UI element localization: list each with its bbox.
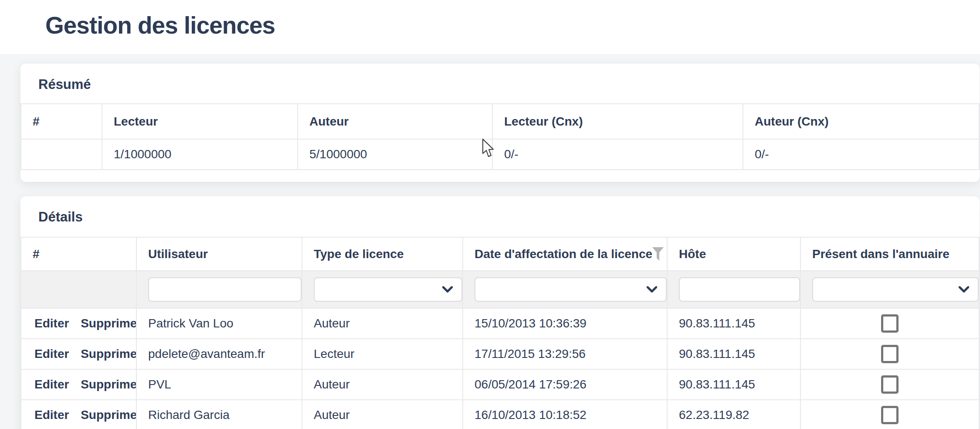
table-row: Editer Supprimer PVL Auteur 06/05/2014 1… bbox=[21, 369, 979, 400]
delete-link[interactable]: Supprimer bbox=[81, 317, 136, 330]
row-date-cell: 15/10/2013 10:36:39 bbox=[463, 308, 667, 339]
chevron-down-icon bbox=[442, 286, 453, 293]
summary-panel: Résumé # Lecteur Auteur Lecteur (Cnx) Au… bbox=[20, 64, 980, 182]
directory-checkbox[interactable] bbox=[881, 345, 899, 363]
utilisateur-filter-input[interactable] bbox=[148, 277, 302, 302]
details-col-utilisateur: Utilisateur bbox=[136, 237, 302, 271]
row-type-cell: Lecteur bbox=[302, 339, 463, 369]
row-actions-cell: Editer Supprimer bbox=[21, 369, 136, 400]
table-row: Editer Supprimer Patrick Van Loo Auteur … bbox=[21, 308, 979, 339]
edit-link[interactable]: Editer bbox=[34, 378, 69, 391]
summary-col-auteur: Auteur bbox=[298, 104, 492, 139]
date-filter-select[interactable] bbox=[475, 277, 667, 302]
delete-link[interactable]: Supprimer bbox=[81, 378, 136, 391]
summary-col-hash: # bbox=[21, 104, 102, 139]
row-type-cell: Auteur bbox=[302, 400, 463, 429]
summary-col-lecteur-cnx: Lecteur (Cnx) bbox=[492, 104, 743, 139]
edit-link[interactable]: Editer bbox=[34, 347, 69, 361]
summary-data-row: 1/1000000 5/1000000 0/- 0/- bbox=[21, 139, 979, 170]
row-user-cell: Patrick Van Loo bbox=[136, 308, 302, 339]
row-actions-cell: Editer Supprimer bbox=[21, 339, 136, 369]
filter-cell-type bbox=[302, 271, 463, 308]
table-row: Editer Supprimer Richard Garcia Auteur 1… bbox=[21, 400, 979, 429]
mouse-cursor bbox=[482, 139, 496, 159]
details-header-row: # Utilisateur Type de licence Date d'aff… bbox=[21, 237, 979, 271]
edit-link[interactable]: Editer bbox=[34, 317, 69, 330]
row-actions-cell: Editer Supprimer bbox=[21, 308, 136, 339]
filter-cell-annuaire bbox=[800, 271, 979, 308]
annuaire-filter-select[interactable] bbox=[812, 277, 979, 302]
row-annuaire-cell bbox=[800, 369, 979, 400]
row-date-cell: 06/05/2014 17:59:26 bbox=[463, 369, 667, 400]
row-annuaire-cell bbox=[800, 339, 979, 369]
type-filter-select[interactable] bbox=[314, 277, 462, 302]
edit-link[interactable]: Editer bbox=[34, 408, 69, 422]
filter-cell-empty bbox=[21, 271, 136, 308]
details-filter-row bbox=[21, 271, 979, 308]
summary-cell-auteur-cnx: 0/- bbox=[743, 139, 979, 170]
row-host-cell: 90.83.111.145 bbox=[667, 369, 800, 400]
filter-cell-hote bbox=[667, 271, 800, 308]
row-user-cell: pdelete@avanteam.fr bbox=[136, 339, 302, 369]
summary-panel-title: Résumé bbox=[20, 64, 980, 92]
summary-col-lecteur: Lecteur bbox=[102, 104, 298, 139]
funnel-icon[interactable] bbox=[652, 247, 664, 261]
hote-filter-input[interactable] bbox=[679, 277, 800, 302]
details-col-date-label: Date d'affectation de la licence bbox=[475, 247, 652, 261]
chevron-down-icon bbox=[959, 286, 969, 293]
directory-checkbox[interactable] bbox=[881, 406, 899, 424]
details-col-date: Date d'affectation de la licence bbox=[463, 237, 667, 271]
details-table: # Utilisateur Type de licence Date d'aff… bbox=[20, 237, 980, 429]
row-type-cell: Auteur bbox=[302, 308, 463, 339]
row-host-cell: 62.23.119.82 bbox=[667, 400, 800, 429]
row-annuaire-cell bbox=[800, 400, 979, 429]
directory-checkbox[interactable] bbox=[881, 375, 899, 394]
details-col-hote: Hôte bbox=[667, 237, 800, 271]
row-host-cell: 90.83.111.145 bbox=[667, 339, 800, 369]
details-col-hash: # bbox=[21, 237, 136, 271]
directory-checkbox[interactable] bbox=[881, 314, 899, 333]
row-host-cell: 90.83.111.145 bbox=[667, 308, 800, 339]
summary-col-auteur-cnx: Auteur (Cnx) bbox=[743, 104, 979, 139]
row-user-cell: Richard Garcia bbox=[136, 400, 302, 429]
table-row: Editer Supprimer pdelete@avanteam.fr Lec… bbox=[21, 339, 979, 369]
filter-cell-date bbox=[463, 271, 667, 308]
chevron-down-icon bbox=[647, 286, 657, 293]
delete-link[interactable]: Supprimer bbox=[81, 408, 136, 422]
row-actions-cell: Editer Supprimer bbox=[21, 400, 136, 429]
row-date-cell: 17/11/2015 13:29:56 bbox=[463, 339, 667, 369]
summary-header-row: # Lecteur Auteur Lecteur (Cnx) Auteur (C… bbox=[21, 104, 979, 139]
summary-cell-lecteur-cnx: 0/- bbox=[492, 139, 743, 170]
page-title: Gestion des licences bbox=[45, 11, 275, 39]
details-col-annuaire: Présent dans l'annuaire bbox=[800, 237, 979, 271]
filter-cell-utilisateur bbox=[136, 271, 302, 308]
summary-cell-auteur: 5/1000000 bbox=[298, 139, 492, 170]
details-col-type: Type de licence bbox=[302, 237, 463, 271]
summary-cell-hash bbox=[21, 139, 102, 170]
summary-cell-lecteur: 1/1000000 bbox=[102, 139, 298, 170]
summary-table: # Lecteur Auteur Lecteur (Cnx) Auteur (C… bbox=[20, 103, 980, 170]
row-date-cell: 16/10/2013 10:18:52 bbox=[463, 400, 667, 429]
details-table-body: Editer Supprimer Patrick Van Loo Auteur … bbox=[21, 308, 979, 429]
details-panel-title: Détails bbox=[20, 196, 980, 225]
row-user-cell: PVL bbox=[136, 369, 302, 400]
delete-link[interactable]: Supprimer bbox=[81, 347, 136, 361]
details-panel: Détails # Utilisateur Type de licence Da… bbox=[20, 196, 980, 429]
row-type-cell: Auteur bbox=[302, 369, 463, 400]
row-annuaire-cell bbox=[800, 308, 979, 339]
